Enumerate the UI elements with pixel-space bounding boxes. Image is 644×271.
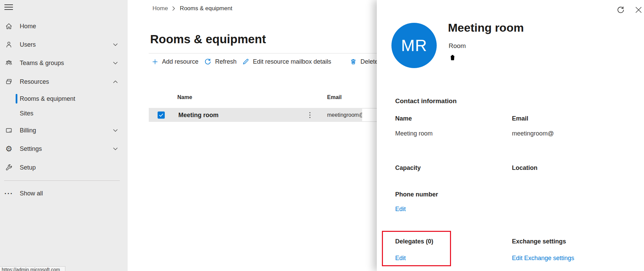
sidebar-item-label: Billing (20, 127, 36, 134)
chevron-up-icon (113, 80, 118, 83)
chevron-down-icon (113, 62, 118, 65)
plus-icon (152, 59, 158, 65)
email-label: Email (512, 115, 528, 122)
chevron-down-icon (113, 43, 118, 46)
sidebar-item-label: Resources (20, 78, 49, 85)
close-icon[interactable] (634, 6, 643, 14)
people-icon (5, 59, 13, 67)
sidebar-item-show-all[interactable]: ··· Show all (0, 187, 128, 200)
delegates-label: Delegates (0) (395, 238, 433, 245)
m365-admin-center: Home Users Teams & groups (0, 0, 644, 271)
toolbar-button-label: Delete (360, 58, 378, 65)
page-title: Rooms & equipment (150, 32, 266, 46)
chevron-down-icon (113, 147, 118, 150)
resource-details-panel: MR Meeting room Room Contact information… (377, 0, 644, 271)
sidebar-item-label: Sites (20, 110, 33, 117)
row-checkbox-checked[interactable] (158, 111, 165, 118)
sidebar-item-setup[interactable]: Setup (0, 161, 128, 174)
sidebar-item-label: Users (20, 41, 36, 48)
row-email-cell: meetingroom@ (327, 112, 365, 118)
panel-title: Meeting room (448, 21, 524, 34)
sidebar: Home Users Teams & groups (0, 0, 128, 271)
browser-status-url: https://admin.microsoft.com (0, 266, 65, 271)
row-name-cell: Meeting room (178, 111, 219, 118)
toolbar-button-label: Add resource (162, 58, 198, 65)
sidebar-item-home[interactable]: Home (0, 19, 128, 33)
sidebar-item-label: Teams & groups (20, 60, 64, 67)
toolbar-button-label: Edit resource mailbox details (253, 58, 331, 65)
sidebar-item-label: Rooms & equipment (20, 95, 75, 102)
edit-resource-mailbox-button[interactable]: Edit resource mailbox details (242, 57, 331, 67)
sidebar-item-settings[interactable]: ⚙ Settings (0, 142, 128, 156)
delete-trash-icon[interactable] (449, 53, 456, 62)
sidebar-item-label: Home (20, 23, 36, 30)
breadcrumb-home-link[interactable]: Home (152, 5, 168, 12)
name-value: Meeting room (395, 130, 433, 137)
edit-delegates-link[interactable]: Edit (395, 255, 406, 262)
sidebar-item-label: Setup (20, 164, 36, 171)
sidebar-divider (4, 180, 120, 181)
hamburger-menu-icon[interactable] (4, 4, 13, 10)
location-label: Location (512, 164, 537, 172)
breadcrumb-chevron-icon (172, 6, 175, 11)
kebab-menu-icon[interactable] (308, 111, 312, 119)
refresh-button[interactable]: Refresh (204, 57, 237, 67)
edit-exchange-settings-link[interactable]: Edit Exchange settings (512, 255, 574, 262)
home-icon (5, 22, 13, 30)
delete-resource-button[interactable]: Delete (350, 57, 378, 67)
sidebar-item-label: Show all (20, 190, 43, 197)
sidebar-item-rooms-equipment[interactable]: Rooms & equipment (0, 92, 128, 106)
person-icon (5, 41, 13, 49)
sidebar-item-teams-groups[interactable]: Teams & groups (0, 56, 128, 70)
breadcrumb: Home Rooms & equipment (152, 5, 232, 12)
panel-refresh-icon[interactable] (616, 5, 625, 15)
billing-card-icon (5, 126, 13, 134)
phone-number-label: Phone number (395, 191, 438, 198)
sidebar-item-users[interactable]: Users (0, 38, 128, 51)
delegates-annotation-highlight (382, 231, 451, 266)
avatar-initials: MR (401, 36, 427, 55)
email-redaction-box (362, 109, 378, 121)
sidebar-item-resources[interactable]: Resources (0, 75, 128, 89)
chevron-down-icon (113, 129, 118, 132)
resources-icon (5, 78, 13, 86)
trash-icon (350, 58, 357, 65)
sidebar-item-label: Settings (20, 145, 42, 153)
panel-subtitle: Room (449, 42, 466, 50)
wrench-icon (5, 163, 13, 172)
capacity-label: Capacity (395, 164, 421, 172)
ellipsis-icon: ··· (5, 189, 13, 197)
refresh-icon (204, 58, 211, 65)
column-header-name[interactable]: Name (177, 94, 192, 100)
pencil-icon (242, 58, 249, 65)
avatar: MR (391, 23, 437, 68)
sidebar-item-sites[interactable]: Sites (0, 107, 128, 120)
email-value: meetingroom@ (512, 130, 554, 137)
edit-contact-link[interactable]: Edit (395, 206, 406, 213)
contact-information-heading: Contact information (395, 97, 457, 105)
selected-indicator (16, 94, 17, 103)
toolbar-button-label: Refresh (215, 58, 237, 65)
add-resource-button[interactable]: Add resource (152, 57, 198, 67)
sidebar-item-billing[interactable]: Billing (0, 124, 128, 137)
breadcrumb-current: Rooms & equipment (180, 5, 232, 12)
name-label: Name (395, 115, 412, 122)
gear-icon: ⚙ (5, 145, 13, 153)
column-header-email[interactable]: Email (327, 94, 342, 100)
exchange-settings-label: Exchange settings (512, 238, 566, 245)
